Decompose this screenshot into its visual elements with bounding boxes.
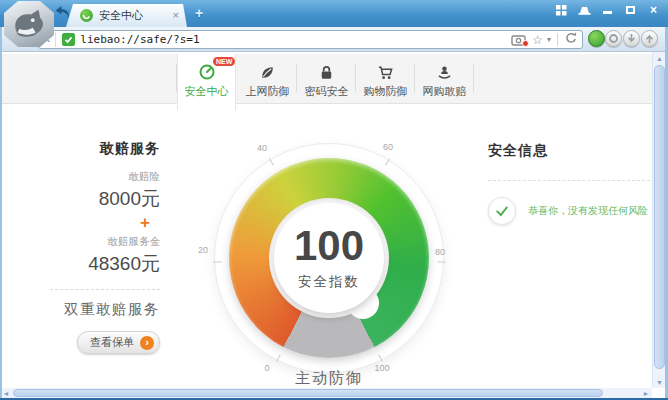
browser-window: 安全中心 × + × ‹ liebao://safe/?s=1 <box>0 0 668 400</box>
tick-label: 40 <box>253 143 271 153</box>
nav-separator <box>473 64 474 92</box>
view-policy-label: 查看保单 <box>90 335 134 350</box>
hand-person-icon <box>436 61 453 81</box>
security-score: 100 <box>294 225 364 267</box>
scroll-right-icon[interactable]: ► <box>640 388 652 398</box>
check-circle-icon <box>488 197 516 225</box>
security-gauge: 0 20 40 60 80 100 100 安全指数 主动防御 <box>194 123 464 393</box>
security-info-panel: 安全信息 恭喜你，没有发现任何风险 <box>488 142 650 225</box>
horizontal-scroll-thumb[interactable] <box>13 389 603 397</box>
claims-title: 敢赔服务 <box>100 140 160 158</box>
new-badge: NEW <box>213 57 235 66</box>
tab-password-security[interactable]: 密码安全 <box>297 54 356 104</box>
maximize-button[interactable] <box>624 5 637 16</box>
site-safe-check-icon <box>62 33 75 46</box>
claims-item1-value: 8000元 <box>99 186 160 212</box>
vertical-scrollbar[interactable]: ▲ ▼ <box>652 52 665 388</box>
titlebar: 安全中心 × + × <box>0 0 668 27</box>
separator <box>557 33 558 46</box>
tab-title: 安全中心 <box>99 8 169 23</box>
gauge-bubble: 100 安全指数 <box>274 203 384 313</box>
layout-grid-icon[interactable] <box>555 5 568 16</box>
nav-tab-label: 密码安全 <box>305 84 349 99</box>
dashed-divider <box>488 180 650 181</box>
plus-sign: + <box>140 214 150 231</box>
tab-web-defense[interactable]: 上网防御 <box>238 54 297 104</box>
gauge-bottom-caption: 主动防御 <box>194 369 464 388</box>
arrow-right-icon: › <box>140 336 154 350</box>
skin-hat-icon[interactable] <box>578 5 591 16</box>
claims-item1-label: 敢赔险 <box>129 170 161 184</box>
screenshot-icon[interactable] <box>511 33 528 46</box>
tick-label: 60 <box>379 142 397 152</box>
url-text[interactable]: liebao://safe/?s=1 <box>80 33 511 46</box>
security-score-caption: 安全指数 <box>298 273 360 291</box>
dashed-divider <box>50 289 160 290</box>
security-info-message: 恭喜你，没有发现任何风险 <box>528 204 648 218</box>
window-frame <box>0 27 2 398</box>
tick-label: 80 <box>431 247 449 257</box>
bookmark-star-icon[interactable]: ☆ <box>532 34 543 46</box>
nav-tab-label: 购物防御 <box>364 84 408 99</box>
security-info-title: 安全信息 <box>488 142 650 160</box>
tick-label: 20 <box>194 245 212 255</box>
new-tab-button[interactable]: + <box>195 5 203 21</box>
view-policy-button[interactable]: 查看保单 › <box>77 331 160 354</box>
close-button[interactable]: × <box>647 5 660 16</box>
tab-close-icon[interactable]: × <box>173 10 179 21</box>
claims-panel: 敢赔服务 敢赔险 8000元 + 敢赔服务金 48360元 双重敢赔服务 查看保… <box>50 140 160 354</box>
security-info-row: 恭喜你，没有发现任何风险 <box>488 197 650 225</box>
browser-tab[interactable]: 安全中心 × <box>66 4 187 27</box>
tab-favicon-security-icon <box>80 9 93 22</box>
cart-icon <box>377 61 394 81</box>
nav-tab-label: 上网防御 <box>246 84 290 99</box>
dropdown-caret-icon[interactable]: ▾ <box>547 35 551 44</box>
horizontal-scrollbar[interactable]: ◄ ► <box>0 388 652 398</box>
upload-arrow-icon[interactable] <box>641 30 658 47</box>
cheetah-logo[interactable] <box>4 1 54 47</box>
claims-subtitle: 双重敢赔服务 <box>64 300 160 319</box>
tab-shopping-defense[interactable]: 购物防御 <box>356 54 415 104</box>
leaf-shield-icon <box>259 61 276 81</box>
nav-tab-label: 网购敢赔 <box>423 84 467 99</box>
claims-item2-label: 敢赔服务金 <box>108 235 161 249</box>
minimize-button[interactable] <box>601 5 614 16</box>
security-ball-icon[interactable] <box>588 30 605 47</box>
notification-dot <box>522 40 529 47</box>
tab-shopping-claims[interactable]: 网购敢赔 <box>415 54 474 104</box>
vertical-scroll-thumb[interactable] <box>654 65 665 369</box>
window-controls: × <box>555 3 660 17</box>
tab-security-center[interactable]: 安全中心 NEW <box>177 54 236 110</box>
lock-icon <box>318 61 335 81</box>
claims-item2-value: 48360元 <box>88 251 160 277</box>
refresh-icon[interactable] <box>564 31 578 49</box>
nav-tab-label: 安全中心 <box>185 84 229 99</box>
undo-back-icon[interactable] <box>53 5 71 21</box>
address-bar-actions: ☆ ▾ <box>511 31 578 49</box>
profile-ring-icon[interactable] <box>605 30 622 47</box>
download-arrow-icon[interactable] <box>623 30 640 47</box>
address-bar[interactable]: ‹ liebao://safe/?s=1 ☆ ▾ <box>38 30 583 49</box>
